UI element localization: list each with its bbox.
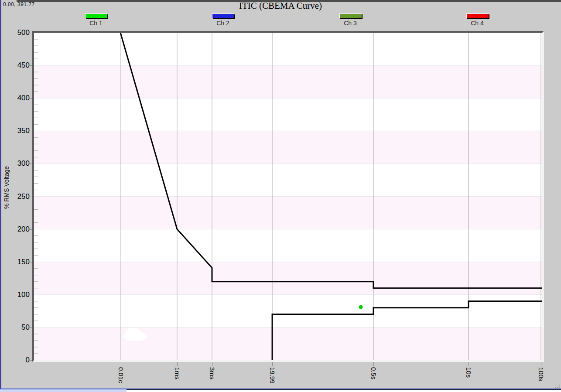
y-tick-label: 200: [10, 225, 30, 233]
chart-title: ITIC (CBEMA Curve): [0, 0, 561, 11]
horizontal-scrollbar[interactable]: [127, 389, 561, 392]
x-tick-label: 3ms: [208, 367, 216, 379]
y-tick-label: 500: [10, 29, 30, 37]
plot-band: [34, 131, 542, 164]
x-tick-label: 10s: [465, 367, 472, 378]
window-left-edge: [0, 0, 1, 389]
plot-band: [34, 295, 542, 327]
x-major-tick: [177, 362, 178, 366]
x-tick-label: 100s: [537, 367, 545, 382]
ch1-label: Ch 1: [78, 20, 114, 27]
bottom-left-strip: [0, 389, 127, 392]
legend-item-ch4[interactable]: Ch 4: [459, 14, 496, 27]
legend-item-ch2[interactable]: Ch 2: [205, 14, 241, 27]
x-major-tick: [469, 362, 469, 366]
x-tick-label: 1ms: [173, 367, 181, 379]
x-major-tick: [541, 362, 541, 366]
y-tick-label: 450: [10, 61, 30, 69]
y-tick-label: 350: [10, 127, 30, 135]
y-tick-label: 400: [10, 94, 30, 102]
x-tick-label: 19.99: [268, 367, 276, 384]
x-major-tick: [121, 362, 121, 366]
ch2-label: Ch 2: [205, 20, 241, 27]
event-marker-dot: [359, 305, 363, 309]
plot-band: [34, 98, 542, 131]
plot-band: [34, 164, 542, 196]
plot-band: [34, 327, 542, 360]
x-major-tick: [272, 362, 273, 366]
x-tick-label: 0.01c: [117, 367, 125, 383]
y-tick-label: 300: [10, 160, 30, 167]
plot-frame: [32, 31, 544, 362]
x-tick-label: 0.5s: [369, 367, 377, 379]
ch4-label: Ch 4: [459, 20, 496, 27]
resize-grip-icon[interactable]: [555, 385, 560, 388]
ch3-label: Ch 3: [332, 20, 369, 27]
y-tick-label: 150: [10, 258, 30, 266]
plot-band: [34, 33, 542, 65]
ch3-color-bar-icon: [339, 14, 362, 18]
plot-band: [34, 197, 542, 229]
legend-item-ch1[interactable]: Ch 1: [78, 14, 114, 27]
plot-band: [34, 262, 542, 295]
legend-item-ch3[interactable]: Ch 3: [332, 14, 369, 27]
y-tick-label: 100: [10, 291, 30, 299]
y-tick-label: 50: [10, 324, 30, 331]
y-tick-label: 250: [10, 193, 30, 201]
x-major-tick: [373, 362, 374, 366]
y-tick-label: 0: [10, 356, 30, 364]
plot-band: [34, 229, 542, 262]
x-major-tick: [212, 362, 212, 366]
app-window: 0.00, 391.77 ITIC (CBEMA Curve) Ch 1 Ch …: [0, 0, 561, 392]
ch1-color-bar-icon: [85, 14, 107, 18]
plot-area[interactable]: [34, 33, 542, 360]
white-patch: [126, 327, 141, 337]
ch4-color-bar-icon: [466, 14, 489, 18]
plot-band: [34, 65, 542, 98]
ch2-color-bar-icon: [212, 14, 234, 18]
